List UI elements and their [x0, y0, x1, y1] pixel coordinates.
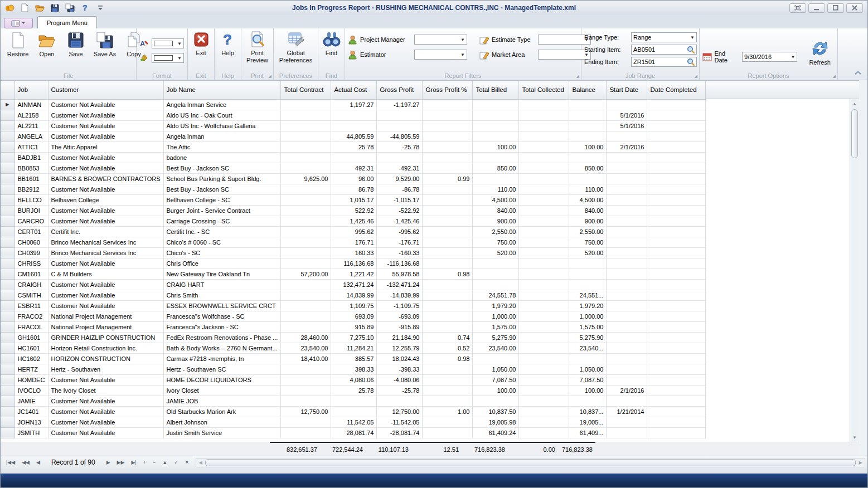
table-row[interactable]: CH0399Brinco Mechanical Services IncChic…: [1, 247, 706, 258]
column-header[interactable]: Date Completed: [647, 81, 706, 99]
dialog-launcher-icon[interactable]: ◢: [576, 74, 579, 79]
application-menu-button[interactable]: [4, 18, 33, 28]
table-row[interactable]: ATTIC1The Attic ApparelThe Attic25.78-25…: [1, 141, 706, 152]
table-row[interactable]: CERT01Certifit Inc.Certifit Inc. - SC995…: [1, 226, 706, 237]
starting-item-input[interactable]: AB0501: [631, 45, 697, 55]
scroll-up-arrow-icon[interactable]: ▲: [850, 99, 859, 108]
row-selector[interactable]: [1, 311, 14, 321]
row-selector[interactable]: [1, 427, 14, 438]
table-row[interactable]: BB2912Customer Not AvailableBest Buy - J…: [1, 184, 706, 194]
font-color-icon[interactable]: A: [139, 39, 149, 48]
table-row[interactable]: ▶AINMANCustomer Not AvailableAngela Inma…: [1, 99, 706, 110]
restore-button[interactable]: Restore: [3, 30, 32, 58]
table-row[interactable]: BB0853Customer Not AvailableBest Buy - J…: [1, 163, 706, 173]
row-selector[interactable]: ▶: [1, 99, 14, 110]
table-row[interactable]: JOHN13Customer Not AvailableAlbert Johns…: [1, 417, 706, 427]
row-selector[interactable]: [1, 120, 14, 131]
print-preview-button[interactable]: Print Preview: [244, 30, 270, 64]
horizontal-scrollbar[interactable]: ◀ ▶: [196, 458, 865, 467]
column-header[interactable]: Gross Profit: [377, 81, 423, 99]
last-record-button[interactable]: ▶|: [131, 460, 136, 465]
row-selector[interactable]: [1, 205, 14, 216]
open-icon[interactable]: [35, 3, 45, 13]
edit-record-button[interactable]: ▲: [162, 460, 167, 465]
row-selector[interactable]: [1, 258, 14, 269]
first-record-button[interactable]: |◀◀: [6, 460, 15, 465]
table-row[interactable]: CH0060Brinco Mechanical Services IncChic…: [1, 237, 706, 247]
table-row[interactable]: ESBR11Customer Not AvailableESSEX BROWNW…: [1, 300, 706, 311]
row-selector[interactable]: [1, 269, 14, 279]
project-manager-dropdown[interactable]: ▼: [414, 35, 467, 45]
table-row[interactable]: CARCROCustomer Not AvailableCarriage Cro…: [1, 216, 706, 226]
delete-record-button[interactable]: −: [153, 460, 156, 465]
column-header[interactable]: Total Billed: [473, 81, 519, 99]
global-preferences-button[interactable]: Global Preferences: [277, 30, 315, 64]
fill-color-icon[interactable]: [139, 53, 149, 62]
open-button[interactable]: Open: [32, 30, 61, 58]
table-row[interactable]: HERTZHertz - SouthavenHertz - Southaven …: [1, 364, 706, 374]
row-selector[interactable]: [1, 173, 14, 184]
customize-toolbar-icon[interactable]: [95, 3, 105, 13]
dialog-launcher-icon[interactable]: ◢: [269, 74, 271, 79]
search-icon[interactable]: [687, 46, 695, 53]
column-header[interactable]: Customer: [48, 81, 163, 99]
column-header[interactable]: Actual Cost: [331, 81, 377, 99]
table-row[interactable]: HOMDECCustomer Not AvailableHOME DECOR L…: [1, 374, 706, 385]
prior-page-button[interactable]: ◀◀: [22, 460, 30, 465]
table-row[interactable]: AL2211Customer Not AvailableAldo US Inc …: [1, 120, 706, 131]
column-header[interactable]: Total Contract: [281, 81, 331, 99]
font-color-dropdown[interactable]: ▼: [152, 38, 184, 48]
row-selector[interactable]: [1, 237, 14, 247]
row-selector[interactable]: [1, 353, 14, 364]
maximize-button[interactable]: [827, 3, 844, 13]
next-record-button[interactable]: ▶: [106, 460, 110, 465]
vertical-scroll-thumb[interactable]: [851, 109, 858, 158]
cancel-edit-button[interactable]: ✕: [185, 460, 190, 465]
save-as-button[interactable]: Save As: [90, 30, 119, 58]
select-all-header[interactable]: [1, 81, 14, 99]
column-header[interactable]: Total Collected: [519, 81, 569, 99]
row-selector[interactable]: [1, 194, 14, 205]
table-row[interactable]: GH1601GRINDER HAIZLIP CONSTRUCTIONFedEx …: [1, 332, 706, 343]
scroll-left-arrow-icon[interactable]: ◀: [196, 458, 205, 467]
close-button[interactable]: [846, 3, 863, 13]
row-selector[interactable]: [1, 247, 14, 258]
row-selector[interactable]: [1, 343, 14, 353]
table-row[interactable]: HC1601Horizon Retail Construction Inc.Ba…: [1, 343, 706, 353]
row-selector[interactable]: [1, 321, 14, 332]
new-document-icon[interactable]: [20, 3, 30, 13]
minimize-button[interactable]: [808, 3, 825, 13]
exit-button[interactable]: Exit: [191, 30, 211, 57]
save-button[interactable]: Save: [61, 30, 90, 58]
column-header[interactable]: Start Date: [607, 81, 647, 99]
ending-item-input[interactable]: ZR1501: [631, 57, 697, 67]
row-selector[interactable]: [1, 374, 14, 385]
help-quick-icon[interactable]: ?: [80, 3, 90, 13]
fill-color-dropdown[interactable]: ▼: [152, 53, 184, 63]
row-selector[interactable]: [1, 110, 14, 120]
vertical-scrollbar[interactable]: ▲ ▼: [850, 99, 859, 442]
collapse-ribbon-button[interactable]: [852, 69, 864, 77]
dialog-launcher-icon[interactable]: ◢: [695, 74, 697, 79]
table-row[interactable]: FRACOLNational Project ManagementFrances…: [1, 321, 706, 332]
row-selector[interactable]: [1, 152, 14, 163]
range-type-dropdown[interactable]: Range▼: [631, 32, 697, 42]
table-row[interactable]: AL2158Customer Not AvailableAldo US Inc …: [1, 110, 706, 120]
dialog-launcher-icon[interactable]: ◢: [833, 74, 836, 79]
table-row[interactable]: BB1601BARNES & BROWER CONTRACTORSSchool …: [1, 173, 706, 184]
row-selector[interactable]: [1, 163, 14, 173]
post-edit-button[interactable]: ✓: [174, 460, 178, 465]
end-date-dropdown[interactable]: 9/30/2016▼: [742, 52, 797, 62]
row-selector[interactable]: [1, 279, 14, 290]
help-button[interactable]: ? Help: [217, 30, 238, 57]
horizontal-scroll-thumb[interactable]: [205, 459, 856, 466]
table-row[interactable]: JSMITHCustomer Not AvailableJustin Smith…: [1, 427, 706, 438]
column-header[interactable]: Job: [14, 81, 48, 99]
row-selector[interactable]: [1, 396, 14, 406]
table-row[interactable]: CSMITHCustomer Not AvailableChris Smith1…: [1, 290, 706, 300]
table-row[interactable]: BURJOICustomer Not AvailableBurger Joint…: [1, 205, 706, 216]
tab-program-menu[interactable]: Program Menu: [37, 16, 97, 28]
column-header[interactable]: Gross Profit %: [423, 81, 473, 99]
prior-record-button[interactable]: ◀: [36, 460, 40, 465]
row-selector[interactable]: [1, 300, 14, 311]
